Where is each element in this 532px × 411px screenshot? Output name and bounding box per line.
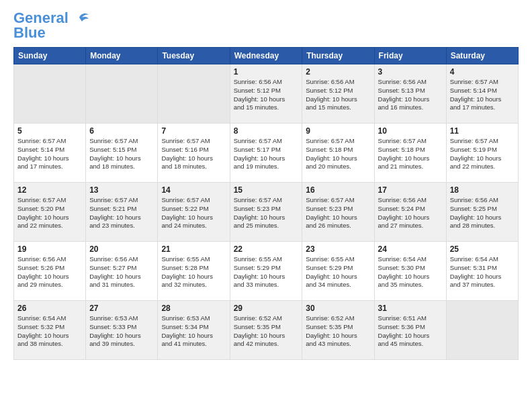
day-number: 14 — [161, 185, 226, 195]
cell-info: Sunrise: 6:57 AM Sunset: 5:14 PM Dayligh… — [450, 78, 515, 112]
calendar-cell: 5Sunrise: 6:57 AM Sunset: 5:14 PM Daylig… — [14, 124, 86, 183]
weekday-header-cell: Friday — [374, 48, 446, 64]
calendar-cell: 10Sunrise: 6:57 AM Sunset: 5:18 PM Dayli… — [374, 124, 446, 183]
calendar-body: 1Sunrise: 6:56 AM Sunset: 5:12 PM Daylig… — [14, 64, 519, 360]
cell-info: Sunrise: 6:56 AM Sunset: 5:27 PM Dayligh… — [89, 255, 154, 289]
day-number: 13 — [89, 185, 154, 195]
cell-info: Sunrise: 6:57 AM Sunset: 5:18 PM Dayligh… — [378, 137, 443, 171]
calendar-cell: 8Sunrise: 6:57 AM Sunset: 5:17 PM Daylig… — [230, 124, 302, 183]
day-number: 7 — [161, 126, 226, 136]
day-number: 24 — [378, 244, 443, 254]
calendar-cell: 28Sunrise: 6:53 AM Sunset: 5:34 PM Dayli… — [158, 301, 230, 360]
calendar-cell: 21Sunrise: 6:55 AM Sunset: 5:28 PM Dayli… — [158, 242, 230, 301]
calendar-cell: 27Sunrise: 6:53 AM Sunset: 5:33 PM Dayli… — [86, 301, 158, 360]
logo-bird-icon — [70, 12, 89, 27]
calendar-cell: 7Sunrise: 6:57 AM Sunset: 5:16 PM Daylig… — [158, 124, 230, 183]
cell-info: Sunrise: 6:57 AM Sunset: 5:17 PM Dayligh… — [234, 137, 299, 171]
day-number: 6 — [89, 126, 154, 136]
calendar-cell: 16Sunrise: 6:57 AM Sunset: 5:23 PM Dayli… — [302, 183, 374, 242]
calendar-cell: 30Sunrise: 6:52 AM Sunset: 5:35 PM Dayli… — [302, 301, 374, 360]
day-number: 29 — [234, 304, 299, 313]
logo-blue: Blue — [13, 24, 46, 41]
day-number: 30 — [306, 304, 370, 313]
weekday-header-row: SundayMondayTuesdayWednesdayThursdayFrid… — [14, 48, 519, 64]
weekday-header-cell: Thursday — [302, 48, 374, 64]
day-number: 16 — [306, 185, 370, 195]
calendar-week-row: 26Sunrise: 6:54 AM Sunset: 5:32 PM Dayli… — [14, 301, 519, 360]
calendar-cell: 29Sunrise: 6:52 AM Sunset: 5:35 PM Dayli… — [230, 301, 302, 360]
calendar-cell: 18Sunrise: 6:56 AM Sunset: 5:25 PM Dayli… — [446, 183, 518, 242]
day-number: 2 — [306, 67, 370, 77]
cell-info: Sunrise: 6:57 AM Sunset: 5:18 PM Dayligh… — [306, 137, 370, 171]
cell-info: Sunrise: 6:53 AM Sunset: 5:33 PM Dayligh… — [89, 314, 154, 349]
cell-info: Sunrise: 6:54 AM Sunset: 5:31 PM Dayligh… — [450, 255, 515, 289]
calendar-cell — [86, 64, 158, 124]
calendar-cell: 19Sunrise: 6:56 AM Sunset: 5:26 PM Dayli… — [14, 242, 86, 301]
cell-info: Sunrise: 6:56 AM Sunset: 5:26 PM Dayligh… — [17, 255, 82, 289]
day-number: 10 — [378, 126, 443, 136]
calendar-cell: 25Sunrise: 6:54 AM Sunset: 5:31 PM Dayli… — [446, 242, 518, 301]
cell-info: Sunrise: 6:57 AM Sunset: 5:15 PM Dayligh… — [89, 137, 154, 171]
cell-info: Sunrise: 6:55 AM Sunset: 5:29 PM Dayligh… — [306, 255, 370, 289]
cell-info: Sunrise: 6:56 AM Sunset: 5:12 PM Dayligh… — [234, 78, 299, 112]
weekday-header-cell: Monday — [86, 48, 158, 64]
calendar-week-row: 19Sunrise: 6:56 AM Sunset: 5:26 PM Dayli… — [14, 242, 519, 301]
cell-info: Sunrise: 6:52 AM Sunset: 5:35 PM Dayligh… — [306, 314, 370, 349]
cell-info: Sunrise: 6:57 AM Sunset: 5:19 PM Dayligh… — [450, 137, 515, 171]
calendar-cell: 22Sunrise: 6:55 AM Sunset: 5:29 PM Dayli… — [230, 242, 302, 301]
day-number: 26 — [17, 304, 82, 313]
calendar-cell: 12Sunrise: 6:57 AM Sunset: 5:20 PM Dayli… — [14, 183, 86, 242]
calendar-cell: 24Sunrise: 6:54 AM Sunset: 5:30 PM Dayli… — [374, 242, 446, 301]
day-number: 20 — [89, 244, 154, 254]
logo: General Blue — [13, 11, 89, 40]
day-number: 27 — [89, 304, 154, 313]
calendar-cell: 4Sunrise: 6:57 AM Sunset: 5:14 PM Daylig… — [446, 64, 518, 124]
cell-info: Sunrise: 6:53 AM Sunset: 5:34 PM Dayligh… — [161, 314, 226, 349]
calendar-cell: 1Sunrise: 6:56 AM Sunset: 5:12 PM Daylig… — [230, 64, 302, 124]
day-number: 8 — [234, 126, 299, 136]
calendar-cell — [446, 301, 518, 360]
calendar-table: SundayMondayTuesdayWednesdayThursdayFrid… — [13, 47, 519, 360]
cell-info: Sunrise: 6:56 AM Sunset: 5:12 PM Dayligh… — [306, 78, 370, 112]
day-number: 1 — [234, 67, 299, 77]
day-number: 17 — [378, 185, 443, 195]
day-number: 28 — [161, 304, 226, 313]
calendar-cell — [14, 64, 86, 124]
day-number: 25 — [450, 244, 515, 254]
calendar-cell: 3Sunrise: 6:56 AM Sunset: 5:13 PM Daylig… — [374, 64, 446, 124]
calendar-cell: 2Sunrise: 6:56 AM Sunset: 5:12 PM Daylig… — [302, 64, 374, 124]
calendar-cell: 9Sunrise: 6:57 AM Sunset: 5:18 PM Daylig… — [302, 124, 374, 183]
cell-info: Sunrise: 6:56 AM Sunset: 5:24 PM Dayligh… — [378, 196, 443, 230]
cell-info: Sunrise: 6:57 AM Sunset: 5:16 PM Dayligh… — [161, 137, 226, 171]
cell-info: Sunrise: 6:57 AM Sunset: 5:22 PM Dayligh… — [161, 196, 226, 230]
calendar-cell: 17Sunrise: 6:56 AM Sunset: 5:24 PM Dayli… — [374, 183, 446, 242]
cell-info: Sunrise: 6:57 AM Sunset: 5:21 PM Dayligh… — [89, 196, 154, 230]
cell-info: Sunrise: 6:56 AM Sunset: 5:13 PM Dayligh… — [378, 78, 443, 112]
day-number: 5 — [17, 126, 82, 136]
day-number: 9 — [306, 126, 370, 136]
page-header: General Blue — [13, 11, 519, 40]
calendar-cell: 20Sunrise: 6:56 AM Sunset: 5:27 PM Dayli… — [86, 242, 158, 301]
day-number: 31 — [378, 304, 443, 313]
day-number: 19 — [17, 244, 82, 254]
day-number: 21 — [161, 244, 226, 254]
cell-info: Sunrise: 6:55 AM Sunset: 5:28 PM Dayligh… — [161, 255, 226, 289]
cell-info: Sunrise: 6:54 AM Sunset: 5:30 PM Dayligh… — [378, 255, 443, 289]
logo-text: General Blue — [13, 11, 69, 40]
cell-info: Sunrise: 6:57 AM Sunset: 5:23 PM Dayligh… — [234, 196, 299, 230]
cell-info: Sunrise: 6:54 AM Sunset: 5:32 PM Dayligh… — [17, 314, 82, 349]
calendar-cell: 13Sunrise: 6:57 AM Sunset: 5:21 PM Dayli… — [86, 183, 158, 242]
day-number: 23 — [306, 244, 370, 254]
cell-info: Sunrise: 6:52 AM Sunset: 5:35 PM Dayligh… — [234, 314, 299, 349]
day-number: 11 — [450, 126, 515, 136]
weekday-header-cell: Wednesday — [230, 48, 302, 64]
calendar-cell: 23Sunrise: 6:55 AM Sunset: 5:29 PM Dayli… — [302, 242, 374, 301]
cell-info: Sunrise: 6:55 AM Sunset: 5:29 PM Dayligh… — [234, 255, 299, 289]
day-number: 15 — [234, 185, 299, 195]
cell-info: Sunrise: 6:56 AM Sunset: 5:25 PM Dayligh… — [450, 196, 515, 230]
weekday-header-cell: Saturday — [446, 48, 518, 64]
calendar-cell: 14Sunrise: 6:57 AM Sunset: 5:22 PM Dayli… — [158, 183, 230, 242]
page-container: General Blue SundayMondayTuesdayWednesda… — [0, 0, 532, 367]
cell-info: Sunrise: 6:57 AM Sunset: 5:23 PM Dayligh… — [306, 196, 370, 230]
calendar-cell: 11Sunrise: 6:57 AM Sunset: 5:19 PM Dayli… — [446, 124, 518, 183]
